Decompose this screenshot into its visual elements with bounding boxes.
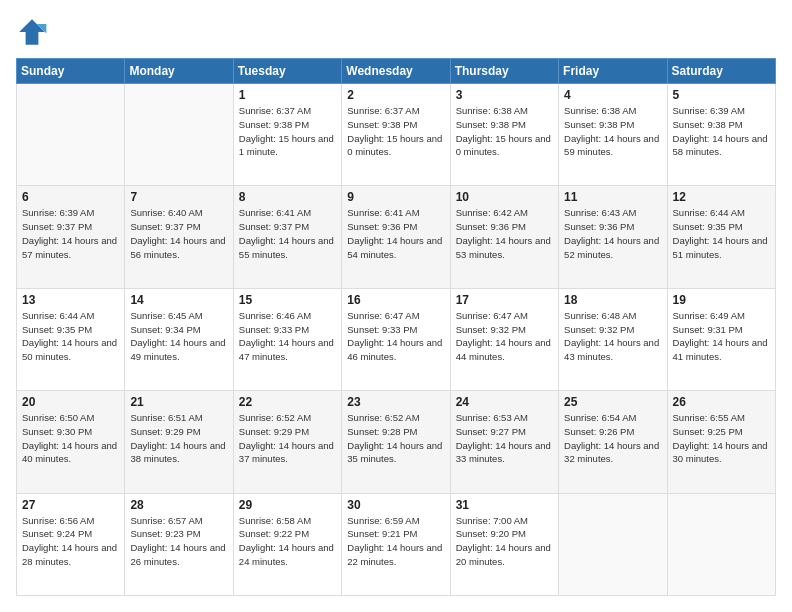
day-number: 8 [239, 190, 336, 204]
day-info: Sunrise: 6:37 AMSunset: 9:38 PMDaylight:… [239, 104, 336, 159]
day-cell: 31Sunrise: 7:00 AMSunset: 9:20 PMDayligh… [450, 493, 558, 595]
day-cell: 25Sunrise: 6:54 AMSunset: 9:26 PMDayligh… [559, 391, 667, 493]
day-number: 11 [564, 190, 661, 204]
day-number: 7 [130, 190, 227, 204]
day-cell: 4Sunrise: 6:38 AMSunset: 9:38 PMDaylight… [559, 84, 667, 186]
day-info: Sunrise: 6:54 AMSunset: 9:26 PMDaylight:… [564, 411, 661, 466]
day-cell: 24Sunrise: 6:53 AMSunset: 9:27 PMDayligh… [450, 391, 558, 493]
day-cell: 23Sunrise: 6:52 AMSunset: 9:28 PMDayligh… [342, 391, 450, 493]
weekday-header-tuesday: Tuesday [233, 59, 341, 84]
day-info: Sunrise: 6:37 AMSunset: 9:38 PMDaylight:… [347, 104, 444, 159]
day-info: Sunrise: 6:44 AMSunset: 9:35 PMDaylight:… [22, 309, 119, 364]
day-number: 20 [22, 395, 119, 409]
day-cell: 21Sunrise: 6:51 AMSunset: 9:29 PMDayligh… [125, 391, 233, 493]
day-cell: 3Sunrise: 6:38 AMSunset: 9:38 PMDaylight… [450, 84, 558, 186]
day-info: Sunrise: 6:57 AMSunset: 9:23 PMDaylight:… [130, 514, 227, 569]
day-cell: 9Sunrise: 6:41 AMSunset: 9:36 PMDaylight… [342, 186, 450, 288]
day-number: 19 [673, 293, 770, 307]
day-cell: 10Sunrise: 6:42 AMSunset: 9:36 PMDayligh… [450, 186, 558, 288]
day-info: Sunrise: 6:52 AMSunset: 9:29 PMDaylight:… [239, 411, 336, 466]
day-cell: 27Sunrise: 6:56 AMSunset: 9:24 PMDayligh… [17, 493, 125, 595]
day-info: Sunrise: 6:53 AMSunset: 9:27 PMDaylight:… [456, 411, 553, 466]
day-cell: 13Sunrise: 6:44 AMSunset: 9:35 PMDayligh… [17, 288, 125, 390]
day-number: 29 [239, 498, 336, 512]
day-number: 28 [130, 498, 227, 512]
day-cell: 14Sunrise: 6:45 AMSunset: 9:34 PMDayligh… [125, 288, 233, 390]
day-number: 23 [347, 395, 444, 409]
day-info: Sunrise: 6:41 AMSunset: 9:36 PMDaylight:… [347, 206, 444, 261]
day-info: Sunrise: 6:38 AMSunset: 9:38 PMDaylight:… [456, 104, 553, 159]
day-number: 22 [239, 395, 336, 409]
weekday-header-wednesday: Wednesday [342, 59, 450, 84]
logo-icon [16, 16, 48, 48]
day-info: Sunrise: 6:58 AMSunset: 9:22 PMDaylight:… [239, 514, 336, 569]
day-cell: 12Sunrise: 6:44 AMSunset: 9:35 PMDayligh… [667, 186, 775, 288]
day-info: Sunrise: 6:56 AMSunset: 9:24 PMDaylight:… [22, 514, 119, 569]
day-info: Sunrise: 6:48 AMSunset: 9:32 PMDaylight:… [564, 309, 661, 364]
day-cell: 6Sunrise: 6:39 AMSunset: 9:37 PMDaylight… [17, 186, 125, 288]
day-cell: 8Sunrise: 6:41 AMSunset: 9:37 PMDaylight… [233, 186, 341, 288]
day-cell: 5Sunrise: 6:39 AMSunset: 9:38 PMDaylight… [667, 84, 775, 186]
day-info: Sunrise: 6:38 AMSunset: 9:38 PMDaylight:… [564, 104, 661, 159]
day-info: Sunrise: 6:44 AMSunset: 9:35 PMDaylight:… [673, 206, 770, 261]
day-cell: 26Sunrise: 6:55 AMSunset: 9:25 PMDayligh… [667, 391, 775, 493]
day-cell: 11Sunrise: 6:43 AMSunset: 9:36 PMDayligh… [559, 186, 667, 288]
day-cell [17, 84, 125, 186]
day-number: 26 [673, 395, 770, 409]
weekday-header-saturday: Saturday [667, 59, 775, 84]
day-cell: 22Sunrise: 6:52 AMSunset: 9:29 PMDayligh… [233, 391, 341, 493]
day-info: Sunrise: 6:39 AMSunset: 9:38 PMDaylight:… [673, 104, 770, 159]
day-number: 30 [347, 498, 444, 512]
day-cell: 19Sunrise: 6:49 AMSunset: 9:31 PMDayligh… [667, 288, 775, 390]
day-cell: 2Sunrise: 6:37 AMSunset: 9:38 PMDaylight… [342, 84, 450, 186]
logo [16, 16, 50, 48]
day-number: 14 [130, 293, 227, 307]
day-info: Sunrise: 6:51 AMSunset: 9:29 PMDaylight:… [130, 411, 227, 466]
day-number: 12 [673, 190, 770, 204]
week-row-2: 6Sunrise: 6:39 AMSunset: 9:37 PMDaylight… [17, 186, 776, 288]
day-cell: 1Sunrise: 6:37 AMSunset: 9:38 PMDaylight… [233, 84, 341, 186]
day-number: 5 [673, 88, 770, 102]
svg-marker-0 [19, 19, 45, 45]
day-cell: 18Sunrise: 6:48 AMSunset: 9:32 PMDayligh… [559, 288, 667, 390]
calendar-table: SundayMondayTuesdayWednesdayThursdayFrid… [16, 58, 776, 596]
day-info: Sunrise: 6:42 AMSunset: 9:36 PMDaylight:… [456, 206, 553, 261]
day-info: Sunrise: 6:49 AMSunset: 9:31 PMDaylight:… [673, 309, 770, 364]
day-number: 10 [456, 190, 553, 204]
week-row-5: 27Sunrise: 6:56 AMSunset: 9:24 PMDayligh… [17, 493, 776, 595]
week-row-1: 1Sunrise: 6:37 AMSunset: 9:38 PMDaylight… [17, 84, 776, 186]
day-number: 24 [456, 395, 553, 409]
day-info: Sunrise: 6:45 AMSunset: 9:34 PMDaylight:… [130, 309, 227, 364]
day-info: Sunrise: 6:55 AMSunset: 9:25 PMDaylight:… [673, 411, 770, 466]
day-info: Sunrise: 7:00 AMSunset: 9:20 PMDaylight:… [456, 514, 553, 569]
day-info: Sunrise: 6:47 AMSunset: 9:32 PMDaylight:… [456, 309, 553, 364]
day-number: 18 [564, 293, 661, 307]
day-cell: 7Sunrise: 6:40 AMSunset: 9:37 PMDaylight… [125, 186, 233, 288]
day-info: Sunrise: 6:46 AMSunset: 9:33 PMDaylight:… [239, 309, 336, 364]
weekday-header-row: SundayMondayTuesdayWednesdayThursdayFrid… [17, 59, 776, 84]
day-cell: 16Sunrise: 6:47 AMSunset: 9:33 PMDayligh… [342, 288, 450, 390]
day-cell [667, 493, 775, 595]
day-number: 31 [456, 498, 553, 512]
day-number: 16 [347, 293, 444, 307]
week-row-4: 20Sunrise: 6:50 AMSunset: 9:30 PMDayligh… [17, 391, 776, 493]
day-cell: 28Sunrise: 6:57 AMSunset: 9:23 PMDayligh… [125, 493, 233, 595]
day-cell: 15Sunrise: 6:46 AMSunset: 9:33 PMDayligh… [233, 288, 341, 390]
day-info: Sunrise: 6:47 AMSunset: 9:33 PMDaylight:… [347, 309, 444, 364]
day-cell: 20Sunrise: 6:50 AMSunset: 9:30 PMDayligh… [17, 391, 125, 493]
day-info: Sunrise: 6:41 AMSunset: 9:37 PMDaylight:… [239, 206, 336, 261]
day-number: 13 [22, 293, 119, 307]
day-cell [125, 84, 233, 186]
day-info: Sunrise: 6:59 AMSunset: 9:21 PMDaylight:… [347, 514, 444, 569]
day-number: 17 [456, 293, 553, 307]
day-number: 15 [239, 293, 336, 307]
day-info: Sunrise: 6:40 AMSunset: 9:37 PMDaylight:… [130, 206, 227, 261]
page: SundayMondayTuesdayWednesdayThursdayFrid… [0, 0, 792, 612]
day-info: Sunrise: 6:39 AMSunset: 9:37 PMDaylight:… [22, 206, 119, 261]
day-cell [559, 493, 667, 595]
day-cell: 17Sunrise: 6:47 AMSunset: 9:32 PMDayligh… [450, 288, 558, 390]
day-number: 1 [239, 88, 336, 102]
day-number: 2 [347, 88, 444, 102]
day-number: 6 [22, 190, 119, 204]
day-number: 3 [456, 88, 553, 102]
